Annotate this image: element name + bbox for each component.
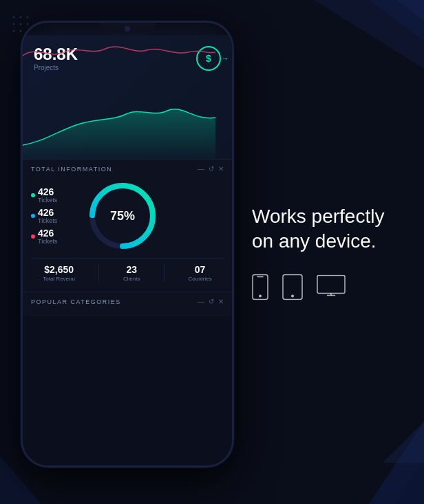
stat-countries-label: Countries (188, 276, 211, 282)
stat-divider-2 (164, 264, 165, 282)
stat-countries: 07 Countries (188, 264, 211, 282)
cat-refresh-icon[interactable]: ↺ (209, 298, 214, 305)
total-information-section: TOTAL INFORMATION — ↺ ✕ 426 (23, 159, 232, 290)
stat-revenue-value: $2,650 (43, 264, 75, 275)
svg-marker-4 (369, 0, 424, 41)
categories-title: POPULAR CATEGORIES (31, 298, 121, 305)
chart-card: 68.8K Projects $ (23, 35, 232, 159)
ticket-dot-3 (31, 234, 35, 239)
ticket-number-1: 426 (38, 187, 57, 197)
ticket-item-1: 426 Tickets (31, 187, 79, 204)
phone-notch (100, 23, 155, 35)
ticket-label-1: Tickets (38, 197, 57, 204)
tablet-icon (282, 274, 303, 300)
popular-categories-section: POPULAR CATEGORIES — ↺ ✕ (23, 292, 232, 316)
ticket-info-2: 426 Tickets (38, 208, 57, 224)
stat-divider-1 (98, 264, 99, 282)
cat-minimize-icon[interactable]: — (198, 298, 204, 305)
pink-wave-chart (23, 42, 215, 63)
categories-controls: — ↺ ✕ (198, 298, 224, 305)
phone-camera (125, 26, 130, 32)
info-content: 426 Tickets 426 Tickets (31, 178, 224, 254)
section-title: TOTAL INFORMATION (31, 166, 112, 173)
phone-frame: 68.8K Projects $ (21, 21, 234, 468)
svg-marker-5 (396, 0, 424, 21)
device-icons (252, 274, 403, 300)
ticket-label-2: Tickets (38, 217, 57, 224)
ticket-number-2: 426 (38, 208, 57, 217)
ticket-info-1: 426 Tickets (38, 187, 57, 204)
svg-point-9 (13, 23, 15, 25)
bg-triangle-bottom-right (286, 366, 424, 504)
phone-device: 68.8K Projects $ (21, 21, 234, 481)
phone-icon (252, 274, 268, 300)
svg-point-6 (13, 17, 15, 19)
green-wave-chart (23, 83, 215, 159)
svg-marker-0 (369, 421, 424, 504)
svg-point-8 (27, 17, 29, 19)
monitor-icon (317, 275, 346, 300)
svg-point-7 (20, 17, 22, 19)
close-icon[interactable]: ✕ (218, 165, 224, 173)
stat-revenue: $2,650 Total Revenu (43, 264, 75, 282)
donut-percent-text: 75% (110, 209, 135, 223)
svg-point-12 (13, 30, 15, 32)
ticket-label-3: Tickets (38, 238, 57, 245)
right-panel: Works perfectly on any device. (252, 204, 403, 300)
bg-decorations-top-right (286, 0, 424, 103)
stats-row: $2,650 Total Revenu 23 Clients 07 Countr… (31, 258, 224, 285)
tickets-list: 426 Tickets 426 Tickets (31, 187, 79, 245)
ticket-item-2: 426 Tickets (31, 208, 79, 224)
stat-clients: 23 Clients (123, 264, 140, 282)
tagline-line2: on any device. (252, 230, 377, 252)
svg-marker-1 (396, 456, 424, 504)
tagline-line1: Works perfectly (252, 205, 384, 226)
phone-screen: 68.8K Projects $ (23, 35, 232, 468)
stat-clients-label: Clients (123, 276, 140, 282)
ticket-dot-2 (31, 214, 35, 218)
stat-clients-value: 23 (123, 264, 140, 275)
ticket-info-3: 426 Tickets (38, 228, 57, 245)
svg-point-18 (259, 295, 262, 298)
section-header: TOTAL INFORMATION — ↺ ✕ (31, 165, 224, 173)
ticket-item-3: 426 Tickets (31, 228, 79, 245)
refresh-icon[interactable]: ↺ (209, 165, 214, 173)
svg-marker-2 (383, 421, 424, 463)
donut-chart: 75% (85, 178, 160, 254)
categories-header: POPULAR CATEGORIES — ↺ ✕ (31, 298, 224, 305)
bg-triangle-top-right (314, 0, 424, 69)
ticket-number-3: 426 (38, 228, 57, 238)
minimize-icon[interactable]: — (198, 165, 204, 173)
svg-point-21 (291, 295, 294, 298)
svg-rect-22 (317, 276, 345, 294)
ticket-dot-1 (31, 193, 35, 197)
stat-countries-value: 07 (188, 264, 211, 275)
stat-revenue-label: Total Revenu (43, 276, 75, 282)
cat-close-icon[interactable]: ✕ (218, 298, 224, 305)
tagline: Works perfectly on any device. (252, 204, 403, 254)
section-controls: — ↺ ✕ (198, 165, 224, 173)
projects-label: Projects (34, 64, 78, 72)
